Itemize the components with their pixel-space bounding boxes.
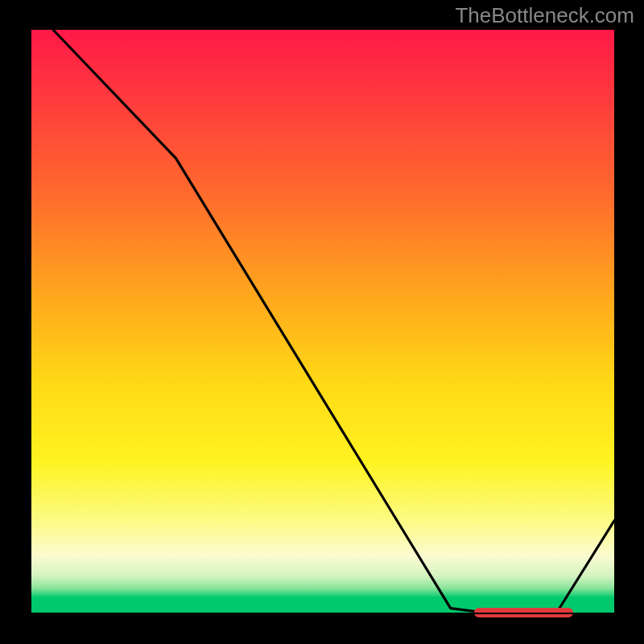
chart-container: TheBottleneck.com <box>0 0 644 644</box>
axis-bottom <box>30 613 614 614</box>
attribution-label: TheBottleneck.com <box>455 3 634 28</box>
axis-left <box>30 30 31 614</box>
bottleneck-curve <box>30 30 614 614</box>
curve-path <box>30 0 614 614</box>
plot-area <box>30 30 614 614</box>
